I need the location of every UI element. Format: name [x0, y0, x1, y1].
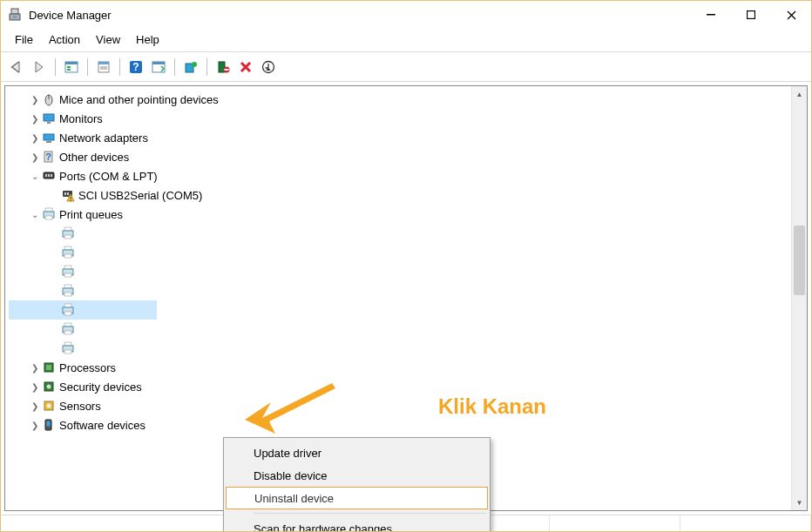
printer-icon [61, 246, 75, 259]
context-menu-label: Uninstall device [254, 492, 334, 505]
svg-rect-53 [64, 293, 71, 296]
tree-node[interactable]: ❯Processors [9, 358, 791, 377]
svg-rect-45 [64, 246, 71, 250]
properties-button[interactable] [93, 57, 114, 77]
context-menu-label: Disable device [254, 469, 328, 482]
tree-node[interactable]: ⌄Print queues [9, 205, 791, 224]
show-all-button[interactable] [61, 57, 82, 77]
vertical-scrollbar[interactable]: ▲ ▼ [791, 86, 807, 510]
tree-node-label: Network adapters [59, 131, 148, 145]
svg-rect-41 [45, 216, 52, 219]
update-driver-button[interactable] [180, 57, 201, 77]
printer-icon [61, 284, 75, 298]
expander-icon[interactable]: ❯ [28, 382, 42, 392]
tree-node[interactable]: ❯?Other devices [9, 147, 791, 166]
svg-rect-6 [65, 62, 78, 64]
forward-button[interactable] [29, 57, 50, 77]
context-menu-item[interactable]: Scan for hardware changes [226, 517, 488, 532]
expander-icon[interactable]: ⌄ [28, 210, 42, 219]
back-button[interactable] [6, 57, 27, 77]
svg-text:?: ? [45, 152, 51, 162]
scroll-up-arrow[interactable]: ▲ [792, 86, 807, 102]
toolbar: ? [1, 52, 811, 82]
tree-node-label: Software devices [59, 419, 145, 432]
tree-node[interactable]: ❯Mice and other pointing devices [9, 90, 791, 109]
tree-node[interactable] [9, 243, 791, 262]
titlebar: Device Manager [1, 1, 811, 29]
context-menu-item[interactable]: Update driver [226, 441, 488, 464]
window-title: Device Manager [29, 9, 691, 22]
menu-file[interactable]: File [8, 31, 40, 48]
svg-rect-33 [48, 174, 50, 177]
maximize-button[interactable] [731, 1, 771, 29]
menu-view[interactable]: View [89, 31, 127, 48]
svg-rect-44 [64, 235, 71, 239]
printer-icon [42, 207, 56, 221]
svg-rect-21 [225, 69, 229, 71]
tree-node[interactable]: ❯Security devices [9, 377, 791, 396]
svg-rect-10 [98, 62, 109, 64]
network-icon [42, 131, 56, 145]
svg-rect-47 [64, 254, 71, 258]
scan-hardware-button[interactable] [258, 57, 279, 77]
sensor-icon [42, 399, 56, 413]
scroll-down-arrow[interactable]: ▼ [792, 495, 807, 510]
tree-node[interactable] [9, 224, 791, 243]
context-menu-label: Update driver [254, 447, 321, 460]
printer-icon [61, 341, 75, 355]
svg-rect-2 [13, 16, 17, 18]
menu-help[interactable]: Help [129, 31, 166, 48]
svg-rect-37 [67, 192, 69, 195]
tree-node[interactable]: ❯Network adapters [9, 128, 791, 147]
expander-icon[interactable]: ❯ [28, 401, 42, 411]
expander-icon[interactable]: ❯ [28, 114, 42, 124]
tree-node-label: Print queues [59, 208, 123, 221]
menu-action[interactable]: Action [42, 31, 87, 48]
tree-node[interactable] [9, 339, 791, 358]
tree-node[interactable]: !SCI USB2Serial (COM5) [9, 185, 791, 205]
svg-text:?: ? [132, 61, 139, 73]
expander-icon[interactable]: ⌄ [28, 172, 42, 181]
scroll-thumb[interactable] [794, 226, 805, 295]
tree-node[interactable] [9, 281, 791, 300]
tree-node[interactable] [9, 262, 791, 281]
svg-rect-27 [44, 134, 54, 140]
svg-rect-25 [44, 114, 54, 121]
port-icon [42, 169, 56, 183]
svg-rect-3 [707, 14, 715, 16]
tree-node-label: SCI USB2Serial (COM5) [78, 189, 202, 202]
tree-node[interactable]: ⌄Ports (COM & LPT) [9, 166, 791, 185]
expander-icon[interactable]: ❯ [28, 95, 42, 104]
svg-point-68 [47, 404, 51, 408]
svg-rect-64 [46, 365, 51, 370]
tree-node[interactable] [9, 320, 791, 339]
svg-rect-48 [64, 266, 71, 269]
context-menu-item[interactable]: Uninstall device [226, 487, 488, 509]
context-menu-item[interactable]: Disable device [226, 464, 488, 487]
expander-icon[interactable]: ❯ [28, 152, 42, 162]
expander-icon[interactable]: ❯ [28, 363, 42, 373]
tree-node[interactable]: ❯Software devices [9, 415, 791, 434]
svg-rect-50 [64, 273, 71, 277]
close-button[interactable] [771, 1, 811, 29]
svg-rect-62 [64, 350, 71, 354]
tree-node[interactable]: ❯Monitors [9, 109, 791, 128]
minimize-button[interactable] [691, 1, 731, 29]
tree-node[interactable]: ❯Sensors [9, 396, 791, 415]
svg-rect-4 [748, 11, 755, 19]
expander-icon[interactable]: ❯ [28, 133, 42, 143]
svg-rect-7 [67, 66, 71, 68]
tree-node-label: Mice and other pointing devices [59, 93, 219, 106]
menubar: File Action View Help [1, 29, 811, 50]
tree-node-label: Sensors [59, 400, 101, 413]
help-button[interactable]: ? [125, 57, 146, 77]
tree-node[interactable] [9, 300, 157, 320]
uninstall-button[interactable] [213, 57, 233, 77]
svg-rect-60 [64, 342, 71, 346]
svg-rect-39 [45, 208, 52, 212]
expander-icon[interactable]: ❯ [28, 421, 42, 430]
svg-rect-0 [11, 9, 18, 14]
context-menu: Update driverDisable deviceUninstall dev… [223, 437, 491, 532]
scan-button[interactable] [148, 57, 169, 77]
delete-button[interactable] [235, 57, 256, 77]
